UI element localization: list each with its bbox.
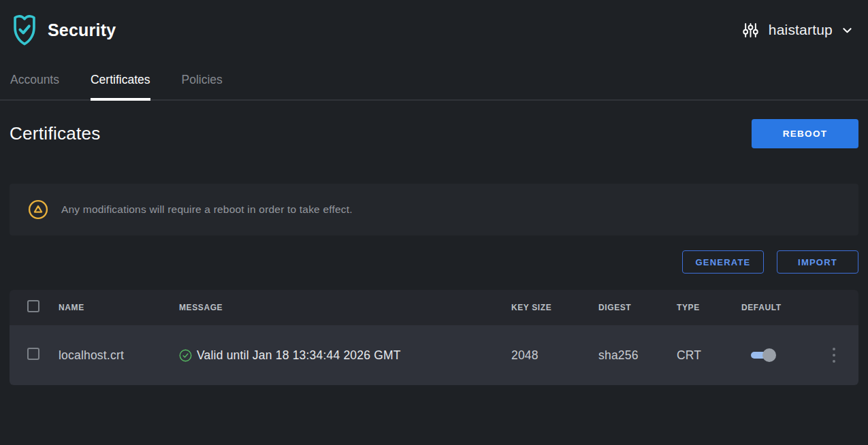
cert-key-size: 2048 [504, 348, 592, 363]
row-menu-button[interactable] [826, 346, 841, 364]
warning-circle-icon [28, 199, 48, 220]
reboot-warning-banner: Any modifications will require a reboot … [10, 184, 858, 235]
tab-policies[interactable]: Policies [182, 60, 223, 101]
cert-name: localhost.crt [52, 348, 172, 363]
tab-accounts[interactable]: Accounts [10, 60, 59, 101]
column-header-name: NAME [52, 303, 172, 312]
column-header-message: MESSAGE [172, 303, 504, 312]
column-header-key-size: KEY SIZE [504, 303, 592, 312]
org-switcher[interactable]: haistartup [741, 21, 853, 39]
cert-message: Valid until Jan 18 13:34:44 2026 GMT [172, 348, 504, 363]
chevron-down-icon [841, 24, 853, 36]
page-title: Certificates [10, 123, 101, 144]
page-head: Certificates REBOOT [10, 119, 858, 148]
table-header-row: NAME MESSAGE KEY SIZE DIGEST TYPE DEFAUL… [10, 290, 858, 325]
cert-type: CRT [670, 348, 735, 363]
table-row: localhost.crt Valid until Jan 18 13:34:4… [10, 325, 858, 385]
brand: Security [10, 14, 116, 46]
app-title: Security [48, 20, 116, 40]
column-header-default: DEFAULT [735, 303, 814, 312]
column-header-type: TYPE [670, 303, 735, 312]
reboot-button[interactable]: REBOOT [752, 119, 858, 148]
shield-check-icon [10, 14, 39, 46]
certificates-table: NAME MESSAGE KEY SIZE DIGEST TYPE DEFAUL… [10, 290, 858, 385]
column-header-digest: DIGEST [592, 303, 670, 312]
sliders-icon [741, 21, 760, 39]
import-button[interactable]: IMPORT [777, 250, 858, 274]
kebab-menu-icon [833, 348, 835, 350]
generate-button[interactable]: GENERATE [682, 250, 764, 274]
toggle-knob [762, 348, 776, 362]
tab-certificates[interactable]: Certificates [91, 60, 150, 101]
cert-digest: sha256 [592, 348, 670, 363]
row-checkbox[interactable] [27, 348, 39, 360]
cert-validity-text: Valid until Jan 18 13:34:44 2026 GMT [197, 348, 401, 363]
org-name: haistartup [769, 22, 833, 38]
banner-message: Any modifications will require a reboot … [61, 203, 353, 216]
check-circle-icon [179, 349, 192, 362]
app-header: Security haistartup [0, 0, 868, 60]
default-toggle[interactable] [751, 348, 776, 362]
tab-bar: Accounts Certificates Policies [0, 60, 868, 101]
table-actions: GENERATE IMPORT [10, 250, 858, 274]
main-content: Certificates REBOOT Any modifications wi… [0, 119, 868, 385]
select-all-checkbox[interactable] [27, 300, 39, 312]
